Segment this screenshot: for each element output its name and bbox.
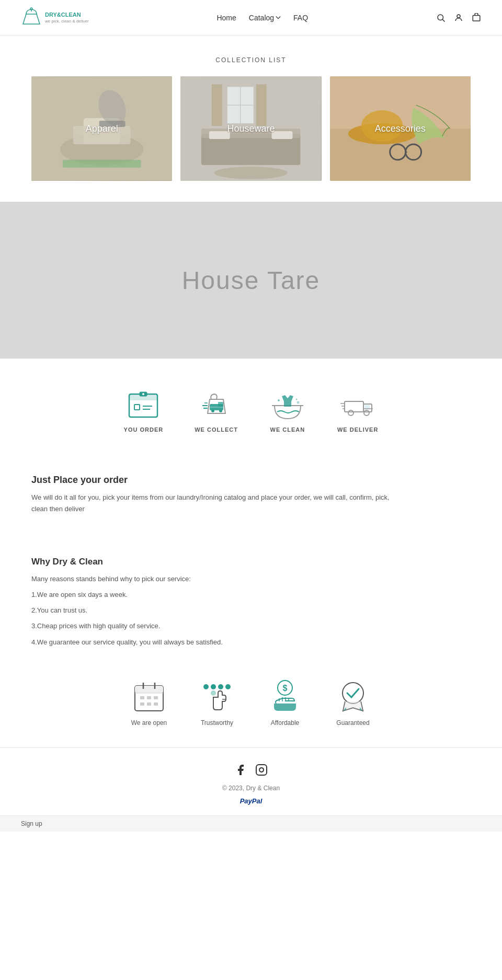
process-steps-row: YOU ORDER WE COLLECT — [21, 390, 481, 433]
badge-guaranteed: Guaranteed — [335, 678, 371, 727]
chevron-down-icon — [276, 15, 281, 20]
guaranteed-icon — [335, 678, 371, 715]
svg-point-3 — [457, 15, 460, 18]
why-reason-4: 4.We guarantee our service quality, you … — [31, 637, 471, 648]
step-collect-label: WE COLLECT — [195, 426, 238, 433]
logo-name: DRY&CLEAN — [45, 11, 89, 18]
badge-open: We are open — [131, 678, 167, 727]
step-collect: WE COLLECT — [195, 390, 238, 433]
site-header: DRY&CLEAN we pick, clean & deliver Home … — [0, 0, 502, 36]
facebook-icon[interactable] — [234, 764, 247, 776]
svg-rect-69 — [154, 702, 158, 706]
badge-open-label: We are open — [131, 719, 167, 727]
svg-rect-84 — [256, 765, 267, 775]
collection-section: COLLECTION LIST Apparel — [0, 36, 502, 202]
svg-point-0 — [30, 8, 32, 10]
logo-tagline: we pick, clean & deliver — [45, 19, 89, 24]
instagram-icon[interactable] — [255, 764, 268, 776]
svg-point-53 — [348, 410, 353, 416]
step-clean: WE CLEAN — [269, 390, 306, 433]
svg-rect-33 — [134, 405, 140, 410]
badge-trustworthy-label: Trustworthy — [201, 719, 233, 727]
collection-grid: Apparel — [31, 76, 471, 181]
signup-bar[interactable]: Sign up — [0, 815, 502, 832]
svg-rect-68 — [147, 702, 151, 706]
main-nav: Home Catalog FAQ — [216, 14, 308, 22]
svg-point-37 — [142, 393, 144, 395]
just-place-heading: Just Place your order — [31, 475, 471, 486]
process-section: YOU ORDER WE COLLECT — [0, 359, 502, 475]
hero-title: House Tare — [182, 267, 321, 294]
svg-point-70 — [203, 684, 209, 689]
svg-rect-67 — [140, 702, 144, 706]
logo[interactable]: DRY&CLEAN we pick, clean & deliver — [21, 6, 89, 29]
nav-catalog[interactable]: Catalog — [249, 14, 274, 22]
badge-guaranteed-label: Guaranteed — [336, 719, 369, 727]
svg-point-1 — [438, 15, 443, 20]
svg-rect-21 — [209, 131, 230, 139]
paypal-badge: PayPal — [21, 797, 481, 805]
logo-icon — [21, 6, 42, 29]
svg-point-40 — [211, 409, 214, 412]
why-reason-1: 1.We are open six days a week. — [31, 589, 471, 601]
why-heading: Why Dry & Clean — [31, 557, 471, 567]
deliver-icon — [339, 390, 376, 421]
svg-point-83 — [343, 683, 363, 704]
cart-icon[interactable] — [472, 13, 481, 22]
svg-point-54 — [364, 410, 369, 416]
svg-line-2 — [442, 19, 444, 21]
step-order-label: YOU ORDER — [124, 426, 164, 433]
svg-rect-66 — [154, 696, 158, 699]
step-clean-label: WE CLEAN — [270, 426, 305, 433]
svg-rect-17 — [212, 84, 222, 126]
social-links — [21, 764, 481, 776]
calendar-icon — [131, 678, 167, 715]
svg-point-72 — [218, 684, 223, 689]
svg-point-47 — [278, 399, 280, 401]
step-order: YOU ORDER — [124, 390, 164, 433]
search-icon[interactable] — [436, 13, 446, 22]
badges-row: We are open Trustworthy $ — [21, 678, 481, 727]
svg-rect-18 — [256, 84, 267, 126]
badge-affordable: $ Affordable — [267, 678, 303, 727]
nav-catalog-wrapper[interactable]: Catalog — [249, 14, 281, 22]
svg-point-48 — [295, 399, 297, 400]
nav-home[interactable]: Home — [216, 14, 236, 22]
why-reason-3: 3.Cheap prices with high quality of serv… — [31, 620, 471, 632]
svg-point-41 — [219, 409, 222, 412]
collect-icon — [198, 390, 235, 421]
svg-rect-39 — [218, 402, 223, 407]
badges-section: We are open Trustworthy $ — [0, 663, 502, 747]
account-icon[interactable] — [454, 13, 463, 22]
collection-title: COLLECTION LIST — [31, 56, 471, 64]
nav-faq[interactable]: FAQ — [293, 14, 308, 22]
collection-card-houseware[interactable]: Houseware — [180, 76, 321, 181]
svg-rect-60 — [135, 686, 163, 693]
collection-card-apparel[interactable]: Apparel — [31, 76, 172, 181]
clean-icon — [269, 390, 306, 421]
affordable-icon: $ — [267, 678, 303, 715]
svg-rect-10 — [99, 121, 126, 127]
badge-trustworthy: Trustworthy — [199, 678, 235, 727]
svg-rect-8 — [73, 126, 131, 144]
svg-rect-65 — [147, 696, 151, 699]
hero-banner: House Tare — [0, 202, 502, 359]
svg-point-23 — [214, 167, 288, 179]
footer-copyright: © 2023, Dry & Clean — [21, 785, 481, 792]
just-place-section: Just Place your order We will do it all … — [0, 475, 502, 536]
step-deliver: WE DELIVER — [337, 390, 378, 433]
svg-rect-22 — [272, 131, 293, 139]
svg-point-74 — [211, 690, 216, 696]
svg-point-73 — [225, 684, 231, 689]
collection-card-accessories[interactable]: Accessories — [330, 76, 471, 181]
why-section: Why Dry & Clean Many reasons stands behi… — [0, 536, 502, 662]
svg-point-71 — [211, 684, 216, 689]
svg-text:$: $ — [283, 684, 288, 693]
just-place-description: We will do it all for you, pick your ite… — [31, 492, 397, 515]
trustworthy-icon — [199, 678, 235, 715]
badge-affordable-label: Affordable — [271, 719, 300, 727]
svg-rect-11 — [63, 160, 141, 168]
svg-point-27 — [361, 110, 403, 142]
why-intro: Many reasons stands behind why to pick o… — [31, 573, 471, 585]
step-deliver-label: WE DELIVER — [337, 426, 378, 433]
